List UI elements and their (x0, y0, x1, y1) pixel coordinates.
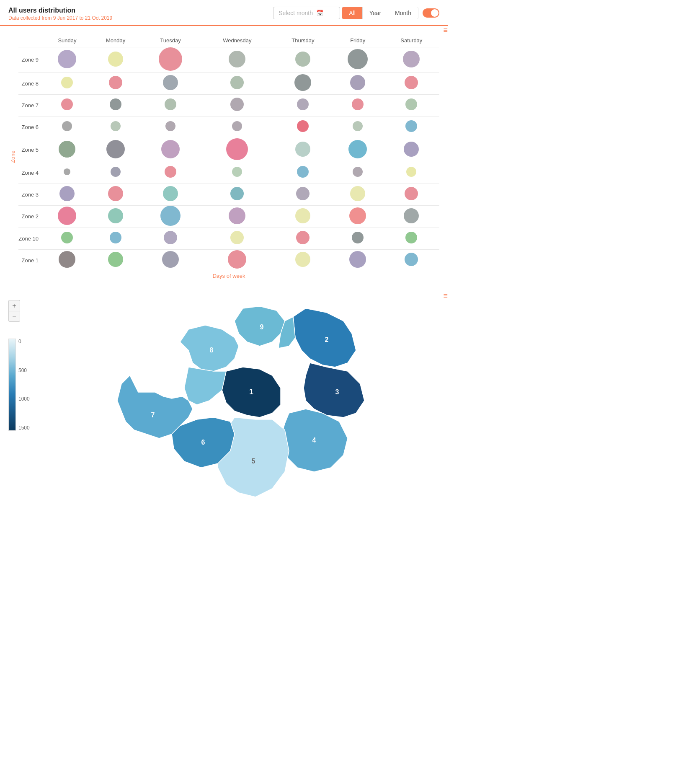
zone-7-label: 7 (151, 411, 155, 419)
zone-header (18, 34, 44, 47)
bubble-dot (108, 252, 123, 267)
bubble-dot (165, 166, 176, 178)
bubble-cell (44, 249, 91, 271)
zone-label: Zone 9 (18, 47, 44, 72)
bubble-dot (106, 140, 125, 158)
tab-year[interactable]: Year (363, 7, 388, 19)
bubble-cell (91, 228, 140, 249)
bubble-dot (111, 121, 121, 131)
bubble-dot (61, 98, 73, 110)
bubble-cell (201, 94, 274, 116)
map-menu-icon[interactable]: ≡ (443, 292, 448, 300)
table-row: Zone 4 (18, 162, 439, 184)
bubble-cell (332, 162, 384, 184)
day-sunday: Sunday (44, 34, 91, 47)
zone-1-label: 1 (249, 388, 253, 396)
bubble-cell (384, 228, 439, 249)
bubble-dot (294, 74, 311, 91)
bubble-cell (44, 138, 91, 162)
bubble-dot (230, 231, 244, 244)
bubble-cell (91, 205, 140, 228)
zone-4-label: 4 (312, 437, 316, 444)
table-row: Zone 7 (18, 94, 439, 116)
bubble-dot (350, 186, 365, 201)
bubble-dot (349, 207, 366, 224)
bubble-cell (274, 94, 332, 116)
day-thursday: Thursday (274, 34, 332, 47)
map-section: ≡ + − 0 500 1000 1500 7 (0, 292, 448, 518)
bubble-cell (384, 138, 439, 162)
zoom-out-button[interactable]: − (8, 311, 20, 322)
legend-scale: 0 500 1000 1500 (8, 339, 30, 431)
bubble-dot (405, 187, 418, 200)
bubble-cell (140, 184, 200, 205)
bubble-dot (61, 77, 73, 88)
toggle-switch[interactable] (423, 8, 439, 18)
table-row: Zone 9 (18, 47, 439, 72)
bubble-dot (59, 251, 75, 268)
bubble-cell (201, 138, 274, 162)
header-controls: Select month 📅 All Year Month (273, 7, 439, 19)
bubble-dot (405, 76, 418, 89)
bubble-cell (201, 184, 274, 205)
table-row: Zone 3 (18, 184, 439, 205)
day-wednesday: Wednesday (201, 34, 274, 47)
zone-2-label: 2 (325, 336, 328, 343)
bubble-dot (64, 168, 70, 175)
zone-8-ext (184, 367, 226, 405)
bubble-dot (62, 121, 72, 131)
bubble-dot (297, 120, 309, 132)
bubble-dot (232, 167, 242, 177)
day-saturday: Saturday (384, 34, 439, 47)
bubble-cell (44, 162, 91, 184)
bubble-cell (384, 47, 439, 72)
table-row: Zone 5 (18, 138, 439, 162)
select-month-box[interactable]: Select month 📅 (273, 7, 340, 19)
zone-label: Zone 10 (18, 228, 44, 249)
day-friday: Friday (332, 34, 384, 47)
bubble-cell (91, 184, 140, 205)
map-area: 7 8 9 2 3 1 4 (38, 300, 439, 510)
bubble-cell (91, 47, 140, 72)
bubble-dot (295, 208, 310, 223)
zone-3[interactable] (304, 363, 364, 417)
zone-label: Zone 5 (18, 138, 44, 162)
bubble-chart-section: ≡ Zone Sunday Monday Tuesday Wednesday T… (0, 26, 448, 283)
zone-5-label: 5 (251, 458, 255, 465)
bubble-dot (297, 98, 309, 110)
bubble-cell (332, 116, 384, 138)
zoom-in-button[interactable]: + (8, 300, 20, 311)
x-axis-label: Days of week (18, 273, 439, 279)
bubble-cell (274, 47, 332, 72)
zone-label: Zone 1 (18, 249, 44, 271)
bubble-cell (140, 249, 200, 271)
bubble-cell (91, 249, 140, 271)
bubble-cell (332, 94, 384, 116)
tab-all[interactable]: All (342, 7, 363, 19)
chart-menu-icon[interactable]: ≡ (443, 26, 448, 35)
page-header: All users distribution Data collected fr… (0, 0, 448, 21)
day-monday: Monday (91, 34, 140, 47)
bubble-dot (164, 231, 177, 244)
zone-label: Zone 8 (18, 72, 44, 94)
bubble-dot (162, 251, 179, 268)
legend-val-0: 0 (18, 339, 30, 344)
bubble-cell (140, 162, 200, 184)
bubble-dot (108, 208, 123, 223)
bubble-dot (353, 167, 363, 177)
bubble-cell (44, 47, 91, 72)
bubble-dot (160, 206, 181, 226)
bubble-cell (274, 116, 332, 138)
bubble-dot (295, 142, 310, 157)
bubble-cell (274, 138, 332, 162)
bubble-cell (140, 138, 200, 162)
bubble-cell (91, 116, 140, 138)
bubble-dot (61, 232, 73, 243)
bubble-cell (140, 94, 200, 116)
tab-month[interactable]: Month (388, 7, 418, 19)
bubble-dot (406, 167, 416, 177)
bubble-dot (352, 232, 364, 243)
legend-val-500: 500 (18, 367, 30, 373)
chart-wrapper: Zone Sunday Monday Tuesday Wednesday Thu… (8, 34, 439, 279)
header-left: All users distribution Data collected fr… (8, 7, 112, 21)
